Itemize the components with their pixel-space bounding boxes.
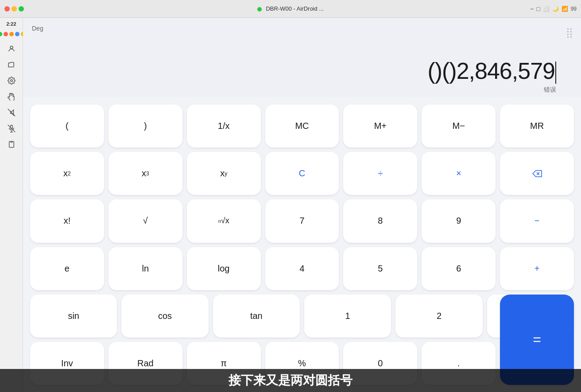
btn-row-2: x2 x3 xy C ÷ × — [30, 152, 574, 195]
sidebar-mute-icon[interactable] — [5, 106, 18, 119]
nine-button[interactable]: 9 — [422, 199, 496, 242]
x2-button[interactable]: x2 — [30, 152, 104, 195]
eight-button[interactable]: 8 — [343, 199, 417, 242]
title-bar: DBR-W00 - AirDroid ... − □ ⬜ 🌙 📶 99 — [0, 0, 581, 18]
sidebar: 2:22 — [0, 18, 23, 392]
display-grip — [567, 28, 572, 38]
sidebar-folder-icon[interactable] — [5, 58, 18, 71]
btn-row-4: e ln log 4 5 6 + — [30, 247, 574, 290]
btn-row-3: x! √ n√x 7 8 9 − — [30, 199, 574, 242]
subtitle-text: 接下来又是两对圆括号 — [229, 372, 352, 389]
mplus-button[interactable]: M+ — [343, 105, 417, 147]
four-button[interactable]: 4 — [265, 247, 339, 290]
sidebar-clipboard-icon[interactable] — [5, 138, 18, 151]
sidebar-time: 2:22 — [6, 21, 16, 27]
log-button[interactable]: log — [187, 247, 261, 290]
wifi-icon: 📶 — [562, 6, 568, 12]
svg-point-1 — [10, 80, 12, 82]
green-status-dot — [257, 7, 262, 12]
angle-mode: Deg — [32, 25, 43, 32]
moon-icon: 🌙 — [552, 6, 559, 12]
buttons-area: ( ) 1/x MC M+ M− MR x2 x3 xy C ÷ × — [23, 97, 581, 392]
mr-button[interactable]: MR — [500, 105, 574, 147]
euler-button[interactable]: e — [30, 247, 104, 290]
resize-icon[interactable]: □ — [536, 5, 540, 12]
minimize-dot[interactable] — [12, 6, 17, 12]
sidebar-settings-icon[interactable] — [5, 74, 18, 87]
ln-button[interactable]: ln — [108, 247, 182, 290]
divide-button[interactable]: ÷ — [343, 152, 417, 195]
subtitle-bar: 接下来又是两对圆括号 — [0, 369, 581, 392]
dot-orange — [9, 32, 14, 36]
cast-icon: ⬜ — [543, 6, 550, 12]
main-container: 2:22 — [0, 18, 581, 392]
sidebar-profile-icon[interactable] — [5, 43, 18, 55]
dot-blue — [15, 32, 19, 36]
paren-close-button[interactable]: ) — [108, 105, 182, 147]
btn-row-5: sin cos tan 1 2 3 = — [30, 295, 574, 338]
factorial-button[interactable]: x! — [30, 199, 104, 242]
backspace-button[interactable] — [500, 152, 574, 195]
nth-root-button[interactable]: n√x — [187, 199, 261, 242]
mminus-button[interactable]: M− — [422, 105, 496, 147]
btn-row-1: ( ) 1/x MC M+ M− MR — [30, 105, 574, 147]
dot-red — [4, 32, 8, 36]
multiply-button[interactable]: × — [422, 152, 496, 195]
plus-button[interactable]: + — [500, 247, 574, 290]
svg-point-0 — [10, 46, 13, 49]
window-title: DBR-W00 - AirDroid ... — [257, 5, 324, 12]
seven-button[interactable]: 7 — [265, 199, 339, 242]
two-button[interactable]: 2 — [395, 295, 482, 338]
sidebar-mic-icon[interactable] — [5, 122, 18, 135]
close-dot[interactable] — [4, 6, 10, 12]
cursor — [555, 62, 556, 84]
maximize-dot[interactable] — [19, 6, 24, 12]
paren-open-button[interactable]: ( — [30, 105, 104, 147]
one-button[interactable]: 1 — [304, 295, 391, 338]
sqrt-button[interactable]: √ — [108, 199, 182, 242]
mc-button[interactable]: MC — [265, 105, 339, 147]
calculator: Deg ()()2,846,579 错误 ( ) 1/x — [23, 18, 581, 392]
reciprocal-button[interactable]: 1/x — [187, 105, 261, 147]
clear-button[interactable]: C — [265, 152, 339, 195]
window-controls — [4, 6, 24, 12]
minus-button[interactable]: − — [500, 199, 574, 242]
cos-button[interactable]: cos — [121, 295, 208, 338]
dot-green — [0, 32, 2, 36]
sidebar-status-dots — [0, 32, 25, 36]
x3-button[interactable]: x3 — [108, 152, 182, 195]
six-button[interactable]: 6 — [422, 247, 496, 290]
title-right-controls: − □ ⬜ 🌙 📶 99 — [530, 5, 577, 12]
calculator-display: Deg ()()2,846,579 错误 — [23, 18, 581, 97]
display-value: ()()2,846,579 — [427, 58, 556, 84]
five-button[interactable]: 5 — [343, 247, 417, 290]
svg-line-2 — [8, 109, 15, 116]
display-error: 错误 — [544, 86, 556, 94]
xy-button[interactable]: xy — [187, 152, 261, 195]
sin-button[interactable]: sin — [30, 295, 117, 338]
sidebar-hand-icon[interactable] — [5, 90, 18, 103]
tan-button[interactable]: tan — [213, 295, 300, 338]
minimize-icon[interactable]: − — [530, 5, 534, 12]
battery-label: 99 — [571, 6, 577, 12]
